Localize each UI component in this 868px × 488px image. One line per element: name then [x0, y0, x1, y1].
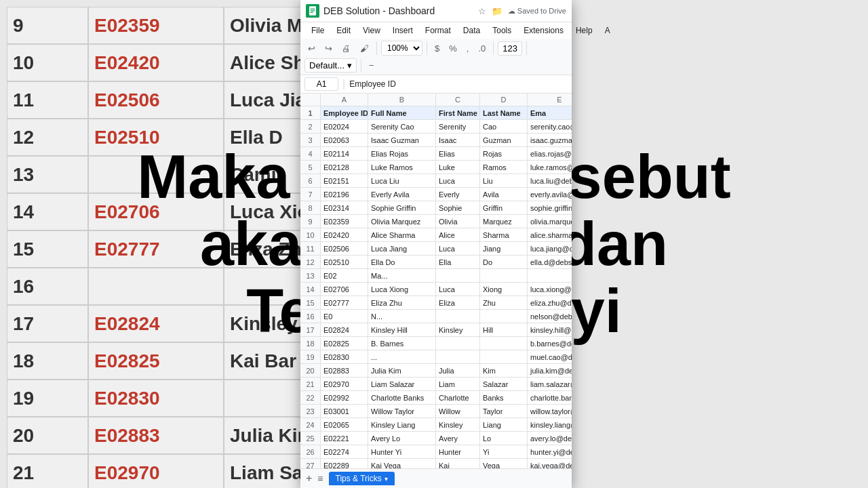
print-button[interactable]: 🖨 [338, 41, 354, 56]
cell-employee-id[interactable]: E02992 [321, 391, 368, 404]
cell-first-name[interactable]: Elias [436, 147, 480, 160]
cell-employee-id[interactable]: E02506 [321, 242, 368, 255]
cell-full-name[interactable]: Eliza Zhu [368, 296, 436, 309]
cell-email[interactable]: kinsley.hill@debsolut [528, 323, 572, 336]
cell-last-name[interactable]: Taylor [480, 405, 528, 418]
cell-first-name[interactable]: Avery [436, 432, 480, 445]
cell-full-name[interactable]: ... [368, 350, 436, 363]
cell-full-name[interactable]: Isaac Guzman [368, 134, 436, 146]
table-row[interactable]: 13 E02 Ma... [300, 269, 572, 283]
cell-first-name[interactable] [436, 310, 480, 323]
minus-button[interactable]: − [366, 58, 378, 73]
menu-help[interactable]: Help [570, 24, 598, 37]
cell-first-name[interactable]: Eliza [436, 296, 480, 309]
cell-employee-id[interactable]: E02289 [321, 459, 368, 468]
cell-email[interactable]: avery.lo@debsolution [528, 432, 572, 445]
cell-first-name[interactable]: Sophie [436, 201, 480, 214]
cell-first-name[interactable]: Hunter [436, 445, 480, 458]
cell-last-name[interactable]: Cao [480, 120, 528, 133]
table-row[interactable]: 19 E02830 ... muel.cao@debsol [300, 350, 572, 364]
cell-full-name[interactable]: Kinsley Hill [368, 323, 436, 336]
cell-email[interactable]: kinsley.liang@debso [528, 418, 572, 431]
table-row[interactable]: 10 E02420 Alice Sharma Alice Sharma alic… [300, 228, 572, 242]
table-row[interactable]: 5 E02128 Luke Ramos Luke Ramos luke.ramo… [300, 161, 572, 174]
cell-employee-id[interactable]: E02883 [321, 364, 368, 377]
cell-last-name[interactable]: Liang [480, 418, 528, 431]
cell-employee-id[interactable]: E02 [321, 269, 368, 282]
zoom-select[interactable]: 100% 75% 125% 150% [381, 41, 422, 56]
col-header-d[interactable]: D [480, 94, 528, 106]
table-row[interactable]: 25 E02221 Avery Lo Avery Lo avery.lo@deb… [300, 432, 572, 445]
star-icon[interactable]: ☆ [478, 6, 486, 16]
paint-format-button[interactable]: 🖌 [357, 41, 372, 56]
cell-last-name[interactable]: Do [480, 256, 528, 268]
cell-first-name[interactable]: Alice [436, 228, 480, 241]
cell-email[interactable]: olivia.marquez@deb [528, 215, 572, 228]
table-row[interactable]: 6 E02151 Luca Liu Luca Liu luca.liu@debs… [300, 174, 572, 188]
cell-email[interactable]: Ema [528, 106, 572, 119]
cell-last-name[interactable]: Liu [480, 174, 528, 187]
cell-first-name[interactable] [436, 269, 480, 282]
cell-email[interactable]: kai.vega@debsolutio [528, 459, 572, 468]
cell-full-name[interactable]: Alice Sharma [368, 228, 436, 241]
cell-full-name[interactable]: Serenity Cao [368, 120, 436, 133]
menu-format[interactable]: Format [420, 24, 456, 37]
cell-last-name[interactable]: Sharma [480, 228, 528, 241]
cell-email[interactable]: alice.sharma@debso [528, 228, 572, 241]
cell-last-name[interactable] [480, 269, 528, 282]
table-row[interactable]: 7 E02196 Everly Avila Everly Avila everl… [300, 188, 572, 201]
cell-first-name[interactable]: Liam [436, 378, 480, 390]
percent-button[interactable]: % [446, 41, 460, 56]
table-row[interactable]: 9 E02359 Olivia Marquez Olivia Marquez o… [300, 215, 572, 228]
redo-button[interactable]: ↪ [321, 41, 336, 56]
cell-employee-id[interactable]: E03001 [321, 405, 368, 418]
cell-employee-id[interactable]: Employee ID [321, 106, 368, 119]
menu-extra[interactable]: A [599, 24, 616, 37]
cell-last-name[interactable]: Ramos [480, 161, 528, 174]
table-row[interactable]: 11 E02506 Luca Jiang Luca Jiang luca.jia… [300, 242, 572, 256]
cell-last-name[interactable]: Last Name [480, 106, 528, 119]
cell-first-name[interactable]: Luca [436, 283, 480, 296]
cell-full-name[interactable]: Everly Avila [368, 188, 436, 201]
cell-first-name[interactable]: Kai [436, 459, 480, 468]
table-row[interactable]: 22 E02992 Charlotte Banks Charlotte Bank… [300, 391, 572, 405]
cell-email[interactable]: hunter.yi@debsolutio [528, 445, 572, 458]
cell-last-name[interactable]: Banks [480, 391, 528, 404]
cell-last-name[interactable]: Rojas [480, 147, 528, 160]
menu-tools[interactable]: Tools [487, 24, 517, 37]
cell-employee-id[interactable]: E02824 [321, 323, 368, 336]
default-format-button[interactable]: Default... ▾ [304, 58, 357, 73]
cell-full-name[interactable]: Full Name [368, 106, 436, 119]
cell-full-name[interactable]: Luca Xiong [368, 283, 436, 296]
cell-email[interactable]: luca.xiong@debsolut [528, 283, 572, 296]
table-row[interactable]: 27 E02289 Kai Vega Kai Vega kai.vega@deb… [300, 459, 572, 468]
cell-email[interactable]: muel.cao@debsol [528, 350, 572, 363]
cell-full-name[interactable]: Luca Liu [368, 174, 436, 187]
cell-last-name[interactable]: Avila [480, 188, 528, 201]
cell-email[interactable]: elias.rojas@debsolut [528, 147, 572, 160]
cell-first-name[interactable] [436, 337, 480, 350]
col-header-b[interactable]: B [368, 94, 436, 106]
cell-full-name[interactable]: N... [368, 310, 436, 323]
table-row[interactable]: 14 E02706 Luca Xiong Luca Xiong luca.xio… [300, 283, 572, 296]
cell-email[interactable]: isaac.guzman@debsol [528, 134, 572, 146]
add-sheet-button[interactable]: + [306, 472, 312, 485]
table-row[interactable]: 21 E02970 Liam Salazar Liam Salazar liam… [300, 378, 572, 391]
cell-last-name[interactable]: Hill [480, 323, 528, 336]
cell-full-name[interactable]: Liam Salazar [368, 378, 436, 390]
table-row[interactable]: 8 E02314 Sophie Griffin Sophie Griffin s… [300, 201, 572, 215]
menu-edit[interactable]: Edit [331, 24, 356, 37]
cell-full-name[interactable]: B. Barnes [368, 337, 436, 350]
cell-full-name[interactable]: Elias Rojas [368, 147, 436, 160]
cell-email[interactable]: ella.d@debsoluti [528, 256, 572, 268]
menu-file[interactable]: File [306, 24, 330, 37]
menu-extensions[interactable]: Extensions [518, 24, 569, 37]
cell-employee-id[interactable]: E02221 [321, 432, 368, 445]
cell-full-name[interactable]: Kai Vega [368, 459, 436, 468]
cell-first-name[interactable]: Kinsley [436, 323, 480, 336]
cell-employee-id[interactable]: E02420 [321, 228, 368, 241]
cell-first-name[interactable]: Isaac [436, 134, 480, 146]
cell-last-name[interactable]: Jiang [480, 242, 528, 255]
cell-first-name[interactable]: Serenity [436, 120, 480, 133]
cell-last-name[interactable] [480, 337, 528, 350]
